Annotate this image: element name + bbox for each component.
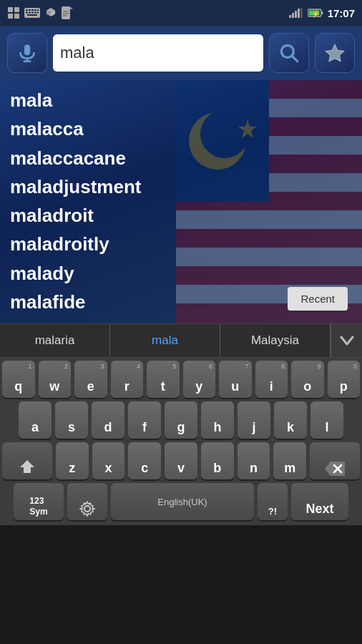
key-l[interactable]: l <box>310 401 343 439</box>
svg-marker-38 <box>326 44 344 61</box>
key-z[interactable]: z <box>56 442 89 479</box>
svg-rect-15 <box>27 14 37 16</box>
key-v[interactable]: v <box>165 442 197 479</box>
key-f[interactable]: f <box>128 401 161 439</box>
svg-rect-10 <box>26 12 28 14</box>
search-input[interactable] <box>60 44 256 62</box>
dropbox-icon <box>44 6 57 19</box>
space-key[interactable]: English(UK) <box>111 483 254 520</box>
expand-suggestions-button[interactable] <box>331 324 362 357</box>
svg-rect-9 <box>37 9 39 11</box>
status-icons-right: ⚡ 17:07 <box>289 7 355 19</box>
favorites-button[interactable] <box>315 33 355 73</box>
gear-icon <box>79 501 95 517</box>
key-m[interactable]: m <box>273 442 306 479</box>
key-y[interactable]: 6y <box>183 361 216 398</box>
svg-rect-26 <box>295 11 297 18</box>
svg-rect-7 <box>31 9 34 11</box>
svg-rect-13 <box>34 12 36 14</box>
numbers-key[interactable]: 123 Sym <box>14 483 64 520</box>
list-item[interactable]: maladjustment <box>10 172 352 201</box>
svg-rect-2 <box>8 14 13 19</box>
key-c[interactable]: c <box>128 442 161 479</box>
shift-key[interactable] <box>2 442 52 479</box>
key-j[interactable]: j <box>238 401 270 439</box>
svg-marker-56 <box>20 460 34 473</box>
file-icon <box>62 6 73 19</box>
question-key[interactable]: ?! <box>258 483 288 520</box>
svg-rect-12 <box>31 12 34 14</box>
key-g[interactable]: g <box>165 401 197 439</box>
keyboard-row-2: a s d f g h j k l <box>2 401 360 439</box>
svg-rect-0 <box>8 7 13 12</box>
mic-button[interactable] <box>7 33 47 73</box>
svg-line-37 <box>292 56 297 61</box>
suggestion-bar: malaria mala Malaysia <box>0 323 362 358</box>
recent-button[interactable]: Recent <box>288 287 348 311</box>
key-e[interactable]: 3e <box>74 361 107 398</box>
key-o[interactable]: 9o <box>291 361 324 398</box>
grid-icon <box>7 6 20 19</box>
key-n[interactable]: n <box>238 442 270 479</box>
mic-icon <box>16 42 39 64</box>
space-label: English(UK) <box>157 497 207 507</box>
next-key[interactable]: Next <box>291 483 348 520</box>
battery-icon: ⚡ <box>308 8 323 18</box>
svg-text:⚡: ⚡ <box>311 9 321 19</box>
svg-rect-1 <box>14 7 19 12</box>
key-u[interactable]: 7u <box>219 361 252 398</box>
key-x[interactable]: x <box>92 442 125 479</box>
svg-marker-57 <box>325 462 345 476</box>
signal-icon <box>289 8 303 18</box>
list-item[interactable]: malady <box>10 259 352 288</box>
key-r[interactable]: 4r <box>111 361 144 398</box>
svg-rect-21 <box>63 11 69 12</box>
star-icon <box>323 42 346 64</box>
key-i[interactable]: 8i <box>255 361 288 398</box>
settings-key[interactable] <box>67 483 107 520</box>
list-item[interactable]: maladroit <box>10 201 352 230</box>
key-p[interactable]: 0p <box>328 361 361 398</box>
results-area: mala malacca malaccacane maladjustment m… <box>0 80 362 323</box>
status-icons-left <box>7 6 73 19</box>
svg-marker-20 <box>70 6 73 9</box>
key-q[interactable]: 1q <box>2 361 35 398</box>
key-a[interactable]: a <box>19 401 52 439</box>
key-d[interactable]: d <box>92 401 124 439</box>
svg-rect-22 <box>63 13 69 14</box>
key-k[interactable]: k <box>274 401 307 439</box>
list-item[interactable]: malaccacane <box>10 144 352 172</box>
svg-rect-5 <box>26 9 28 11</box>
svg-rect-14 <box>37 12 39 14</box>
key-w[interactable]: 2w <box>39 361 72 398</box>
key-t[interactable]: 5t <box>147 361 180 398</box>
keyboard-row-4: 123 Sym English(UK) ?! Next <box>2 483 360 520</box>
backspace-key[interactable] <box>310 442 360 479</box>
svg-rect-28 <box>300 8 303 18</box>
svg-rect-25 <box>292 13 294 18</box>
svg-rect-23 <box>63 15 67 16</box>
suggestion-mala[interactable]: mala <box>110 324 220 357</box>
list-item[interactable]: malacca <box>10 114 352 143</box>
svg-rect-8 <box>34 9 36 11</box>
key-s[interactable]: s <box>55 401 88 439</box>
search-button[interactable] <box>269 33 309 73</box>
svg-rect-11 <box>29 12 31 14</box>
suggestion-malaria[interactable]: malaria <box>0 324 110 357</box>
key-b[interactable]: b <box>201 442 234 479</box>
svg-rect-27 <box>298 9 300 18</box>
word-list: mala malacca malaccacane maladjustment m… <box>10 86 352 316</box>
svg-rect-24 <box>289 15 291 18</box>
time-display: 17:07 <box>328 7 355 19</box>
list-item[interactable]: maladroitly <box>10 230 352 258</box>
svg-rect-6 <box>29 9 31 11</box>
status-bar: ⚡ 17:07 <box>0 0 362 26</box>
suggestion-malaysia[interactable]: Malaysia <box>220 324 331 357</box>
key-h[interactable]: h <box>201 401 234 439</box>
svg-rect-3 <box>14 14 19 19</box>
svg-rect-30 <box>321 11 323 14</box>
list-item[interactable]: mala <box>10 86 352 114</box>
shift-icon <box>19 459 36 476</box>
backspace-icon <box>325 462 345 476</box>
keyboard-icon <box>24 8 40 18</box>
